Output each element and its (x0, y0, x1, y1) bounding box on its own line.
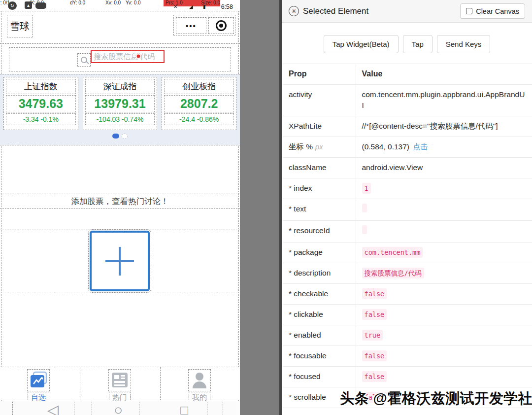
prop-row[interactable]: * resourceId (283, 221, 532, 242)
search-icon (77, 53, 91, 67)
prop-name-cell: * package (283, 242, 356, 263)
index-card-chinext[interactable]: 创业板指 2807.2 -24.4 -0.86% (162, 77, 236, 130)
prop-value-code: true (362, 330, 383, 341)
prop-row[interactable]: * packagecom.tencent.mm (283, 242, 532, 263)
prop-value-code: false (362, 309, 387, 320)
properties-table: Prop Value activitycom.tencent.mm.plugin… (283, 64, 532, 408)
prop-value-cell: false (356, 387, 532, 408)
status-clock: 6:58 (221, 3, 233, 10)
pointer-dy: dY: 0.0 (70, 0, 85, 5)
prop-value-cell: com.tencent.mm (356, 242, 532, 263)
add-stock-button[interactable] (90, 231, 150, 291)
clear-canvas-button[interactable]: Clear Canvas (460, 3, 525, 19)
notification-image-icon: ▴ (25, 1, 32, 9)
android-nav-bar: ◁ ○ □ (0, 401, 240, 415)
index-name: 深证成指 (85, 79, 155, 94)
miniprogram-capsule: ••• (173, 15, 235, 35)
panel-header: ✳ Selected Element Clear Canvas (282, 0, 532, 23)
empty-state-hint: 添加股票，查看热门讨论！ (0, 194, 240, 209)
index-carousel[interactable]: 上证指数 3479.63 -3.34 -0.1% 深证成指 13979.31 -… (0, 74, 240, 145)
index-change: -24.4 -0.86% (164, 113, 234, 125)
person-icon (188, 369, 211, 391)
carousel-dot[interactable] (122, 134, 128, 138)
search-bar[interactable]: 搜索股票信息/代码 (9, 47, 231, 71)
send-keys-button[interactable]: Send Keys (437, 35, 491, 53)
tap-widget-button[interactable]: Tap Widget(Beta) (324, 35, 399, 53)
prop-row[interactable]: 坐标 %px(0.584, 0.137)点击 (283, 137, 532, 158)
inspector-panel: ✳ Selected Element Clear Canvas Tap Widg… (282, 0, 532, 415)
prop-value-cell: false (356, 367, 532, 387)
element-boundary (0, 230, 240, 230)
empty-state-hint-label: 添加股票，查看热门讨论！ (71, 196, 169, 207)
close-miniprogram-button[interactable] (208, 17, 234, 34)
battery-icon: ▮ (203, 4, 206, 9)
element-boundary (0, 43, 240, 44)
prop-value-cell: false (356, 346, 532, 367)
prop-row[interactable]: * enabledtrue (283, 325, 532, 346)
carousel-dots (0, 134, 240, 138)
prop-row[interactable]: activitycom.tencent.mm.plugin.appbrand.u… (283, 85, 532, 116)
prop-value-cell: false (356, 305, 532, 325)
index-value: 13979.31 (85, 95, 155, 112)
prop-name-cell: XPathLite (283, 116, 356, 137)
pointer-yv: Yv: 0.0 (126, 0, 141, 5)
tap-button[interactable]: Tap (403, 35, 432, 53)
prop-name-cell: * checkable (283, 284, 356, 305)
element-boundary (74, 402, 74, 415)
prop-value-text: //*[@content-desc="搜索股票信息/代码"] (362, 122, 498, 130)
prop-row[interactable]: * focusablefalse (283, 346, 532, 367)
prop-name-cell: activity (283, 85, 356, 116)
clear-canvas-checkbox[interactable] (466, 8, 472, 14)
prop-value-cell: false (356, 284, 532, 305)
prop-name-cell: className (283, 158, 356, 178)
ellipsis-icon: ••• (186, 22, 197, 30)
prop-value-cell: 1 (356, 178, 532, 199)
tab-hot[interactable]: 热门 (90, 369, 149, 402)
prop-value-code: false (362, 350, 387, 361)
element-boundary (92, 402, 92, 415)
element-boundary (12, 402, 13, 415)
prop-row[interactable]: * text (283, 199, 532, 221)
tab-me[interactable]: 我的 (170, 369, 229, 402)
prop-row[interactable]: * checkablefalse (283, 284, 532, 305)
nav-back-icon[interactable]: ◁ (47, 403, 59, 415)
prop-row[interactable]: XPathLite//*[@content-desc="搜索股票信息/代码"] (283, 116, 532, 137)
prop-row[interactable]: classNameandroid.view.View (283, 158, 532, 178)
selected-element-highlight (91, 50, 165, 63)
clear-canvas-label: Clear Canvas (476, 7, 519, 15)
prop-column-header: Prop (283, 64, 356, 85)
prop-value-cell: //*[@content-desc="搜索股票信息/代码"] (356, 116, 532, 137)
more-options-button[interactable]: ••• (176, 17, 206, 34)
pointer-xv: Xv: 0.0 (105, 0, 121, 5)
prop-row[interactable]: * clickablefalse (283, 305, 532, 325)
prop-value-code: false (362, 392, 387, 403)
coords-tap-link[interactable]: 点击 (413, 142, 428, 151)
nav-home-icon[interactable]: ○ (114, 403, 123, 415)
index-card-shenzhen[interactable]: 深证成指 13979.31 -104.03 -0.74% (83, 77, 158, 130)
tap-point-marker (135, 53, 141, 59)
element-boundary (80, 367, 80, 400)
prop-value-cell: com.tencent.mm.plugin.appbrand.ui.AppBra… (356, 85, 532, 116)
element-boundary (207, 402, 207, 415)
prop-row[interactable]: * description搜索股票信息/代码 (283, 263, 532, 284)
prop-value-cell: 搜索股票信息/代码 (356, 263, 532, 284)
screenshot-stage: P: 0/1 dX: 0.0 dY: 0.0 Xv: 0.0 Yv: 0.0 P… (0, 0, 532, 415)
split-divider[interactable] (240, 0, 282, 415)
prop-row[interactable]: * scrollablefalse (283, 387, 532, 408)
tab-watchlist[interactable]: 自选 (9, 369, 68, 402)
prop-name-cell: * text (283, 199, 356, 221)
device-screen-mirror[interactable]: P: 0/1 dX: 0.0 dY: 0.0 Xv: 0.0 Yv: 0.0 P… (0, 0, 240, 415)
prop-unit: px (315, 143, 323, 151)
panel-title: Selected Element (303, 6, 368, 16)
prop-row[interactable]: * focusedfalse (283, 367, 532, 387)
carousel-dot-active[interactable] (112, 134, 119, 138)
app-title: 雪球 (7, 15, 33, 37)
index-card-shanghai[interactable]: 上证指数 3479.63 -3.34 -0.1% (3, 77, 78, 130)
prop-name-cell: * index (283, 178, 356, 199)
element-boundary (1, 11, 1, 414)
prop-value-code (362, 204, 367, 212)
nav-recents-icon[interactable]: □ (180, 404, 188, 415)
element-boundary (0, 292, 240, 292)
prop-value-code: false (362, 371, 387, 382)
prop-row[interactable]: * index1 (283, 178, 532, 199)
